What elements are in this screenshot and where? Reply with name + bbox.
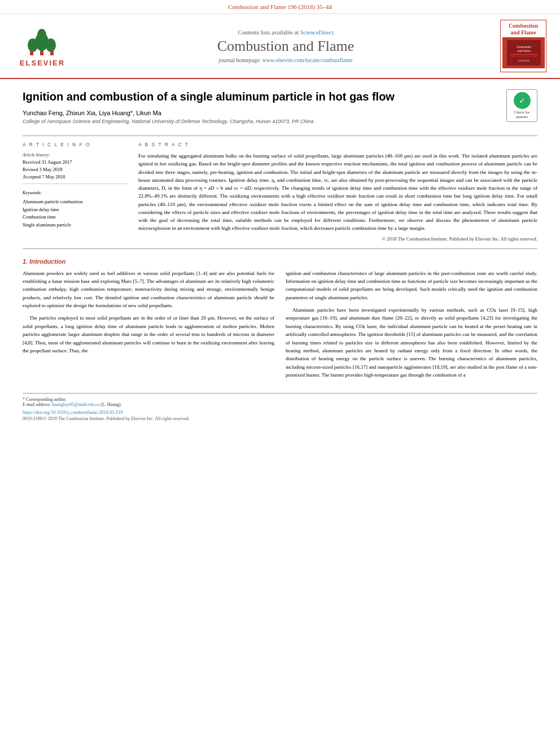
body-para-1: Aluminum powders are widely used as fuel… [23, 269, 274, 310]
journal-header: ELSEVIER Contents lists available at Sci… [0, 14, 560, 79]
svg-point-2 [28, 38, 38, 52]
abstract-text: For simulating the aggregated aluminum b… [138, 152, 537, 233]
corresponding-author-note: * Corresponding author. [23, 397, 537, 402]
homepage-link[interactable]: www.elsevier.com/locate/combustflame [262, 57, 353, 63]
paper-content: Ignition and combustion of a single alum… [0, 79, 560, 433]
keyword-1: Aluminum particle combustion [23, 198, 127, 206]
copyright-line: © 2018 The Combustion Institute. Publish… [138, 236, 537, 242]
email-label: E-mail address: [23, 402, 51, 407]
svg-rect-6 [50, 51, 54, 55]
paper-title-section: Ignition and combustion of a single alum… [23, 89, 537, 130]
doi-link[interactable]: https://doi.org/10.1016/j.combustflame.2… [23, 409, 123, 415]
body-para-4: Aluminum particles have been investigate… [286, 306, 537, 379]
contents-line: Contents lists available at ScienceDirec… [73, 29, 498, 36]
email-note: E-mail address: huangliya05@nudt.edu.cn … [23, 402, 537, 407]
abstract-label: A B S T R A C T [138, 142, 537, 147]
badge-image: Combustion and Flame ELSEVIER [502, 37, 545, 68]
email-link[interactable]: huangliya05@nudt.edu.cn [52, 402, 99, 407]
badge-cover-icon: Combustion and Flame ELSEVIER [507, 40, 541, 65]
elsevier-logo: ELSEVIER [11, 25, 73, 67]
body-divider [23, 248, 537, 249]
svg-rect-10 [510, 54, 538, 55]
accepted-date: Accepted 7 May 2018 [23, 173, 127, 181]
article-info-label: A R T I C L E I N F O [23, 142, 127, 147]
issn-line: 0010-2180/© 2018 The Combustion Institut… [23, 416, 537, 421]
paper-title: Ignition and combustion of a single alum… [23, 89, 498, 104]
paper-affiliation: College of Aerospace Science and Enginee… [23, 119, 498, 124]
article-info-col: A R T I C L E I N F O Article history: R… [23, 142, 127, 242]
svg-text:ELSEVIER: ELSEVIER [518, 59, 530, 62]
article-info-abstract-row: A R T I C L E I N F O Article history: R… [23, 142, 537, 242]
journal-badge-area: Combustion and Flame Combustion and Flam… [498, 20, 549, 72]
history-label: Article history: [23, 152, 127, 159]
body-two-col: Aluminum powders are widely used as fuel… [23, 269, 537, 384]
body-para-2: The particles employed in most solid pro… [23, 314, 274, 355]
corresponding-label: * Corresponding author. [23, 397, 67, 402]
body-col-right: ignition and combustion characteristics … [286, 269, 537, 384]
journal-center-header: Contents lists available at ScienceDirec… [73, 29, 498, 63]
paper-title-text: Ignition and combustion of a single alum… [23, 89, 498, 130]
abstract-col: A B S T R A C T For simulating the aggre… [138, 142, 537, 242]
email-suffix: (L. Huang). [100, 402, 122, 407]
received-date: Received 31 August 2017 [23, 159, 127, 166]
article-history-block: Article history: Received 31 August 2017… [23, 152, 127, 180]
check-icon: ✓ [514, 92, 531, 109]
keywords-label: Keywords: [23, 190, 127, 197]
sciencedirect-link[interactable]: ScienceDirect [300, 29, 334, 36]
svg-point-4 [37, 29, 46, 41]
svg-text:and Flame: and Flame [517, 49, 531, 53]
check-for-updates-badge: ✓ Check for updates [506, 89, 537, 122]
body-para-3: ignition and combustion characteristics … [286, 269, 537, 302]
keyword-2: Ignition delay time [23, 206, 127, 214]
elsevier-wordmark: ELSEVIER [20, 59, 65, 67]
top-bar: Combustion and Flame 196 (2018) 35–44 [0, 0, 560, 14]
check-badge: ✓ Check for updates [506, 89, 537, 122]
journal-title: Combustion and Flame [73, 38, 498, 55]
body-section: 1. Introduction Aluminum powders are wid… [23, 258, 537, 384]
keyword-3: Combustion time [23, 213, 127, 221]
footnote-section: * Corresponding author. E-mail address: … [23, 393, 537, 421]
journal-homepage: journal homepage: www.elsevier.com/locat… [73, 57, 498, 63]
journal-badge: Combustion and Flame Combustion and Flam… [500, 20, 546, 72]
info-divider [23, 184, 127, 184]
elsevier-tree-icon [21, 25, 64, 58]
journal-citation: Combustion and Flame 196 (2018) 35–44 [228, 3, 332, 10]
paper-authors: Yunchao Feng, Zhixun Xia, Liya Huang*, L… [23, 110, 498, 116]
keywords-block: Keywords: Aluminum particle combustion I… [23, 190, 127, 229]
section1-heading: 1. Introduction [23, 258, 537, 265]
badge-title: Combustion and Flame [502, 23, 544, 36]
revised-date: Revised 3 May 2018 [23, 166, 127, 173]
keyword-4: Single aluminum particle [23, 221, 127, 229]
svg-rect-11 [510, 56, 538, 56]
title-divider [23, 136, 537, 136]
body-col-left: Aluminum powders are widely used as fuel… [23, 269, 274, 384]
svg-rect-5 [30, 51, 33, 55]
doi-line: https://doi.org/10.1016/j.combustflame.2… [23, 409, 537, 415]
svg-point-3 [46, 38, 56, 52]
svg-text:Combustion: Combustion [516, 45, 531, 49]
check-label: Check for updates [509, 110, 535, 119]
